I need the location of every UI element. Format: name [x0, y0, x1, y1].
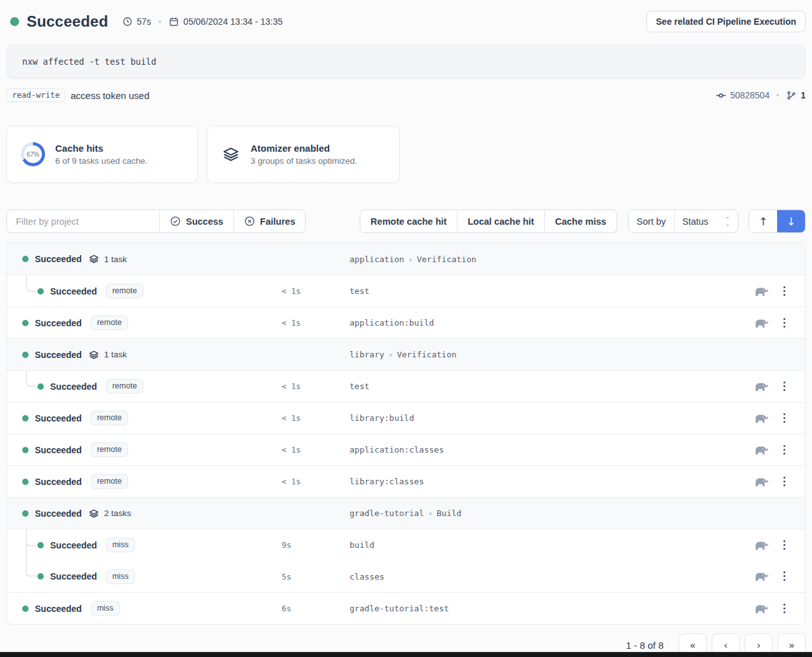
commit-icon	[716, 90, 726, 101]
task-count: 1 task	[104, 255, 127, 264]
task-row[interactable]: Succeededremote< 1stest	[7, 370, 805, 402]
sort-by-label: Sort by	[629, 210, 675, 232]
commit-id[interactable]: 50828504	[730, 90, 769, 100]
status-dot	[37, 542, 44, 548]
run-date-range: 05/06/2024 13:34 - 13:35	[183, 17, 282, 27]
group-row[interactable]: Succeeded1 tasklibrary›Verification	[7, 338, 805, 370]
cache-status-badge: remote	[91, 411, 128, 425]
task-row[interactable]: Succeededremote< 1stest	[7, 275, 805, 307]
task-row[interactable]: Succeededremote< 1slibrary:build	[7, 402, 805, 434]
task-row[interactable]: Succeededmiss5sclasses	[7, 561, 805, 592]
dot-separator	[159, 20, 161, 23]
related-pipeline-button[interactable]: See related CI Pipeline Execution	[646, 11, 806, 32]
group-row[interactable]: Succeeded2 tasksgradle-tutorial›Build	[7, 497, 805, 529]
status-dot	[22, 510, 29, 517]
cache-status-badge: remote	[106, 379, 143, 394]
gradle-icon	[753, 570, 768, 582]
pagination-range: 1 - 8 of 8	[626, 640, 664, 651]
task-duration: < 1s	[282, 382, 301, 391]
tree-connector	[26, 529, 36, 561]
chevron-right-icon: ›	[404, 255, 417, 264]
task-row[interactable]: Succeededmiss9sbuild	[7, 529, 805, 561]
bottom-bar	[0, 652, 812, 657]
command-text: nxw affected -t test build	[22, 56, 156, 67]
tasks-icon	[88, 508, 100, 519]
gradle-icon	[753, 444, 768, 456]
run-duration: 57s	[137, 17, 152, 27]
task-duration: < 1s	[282, 413, 301, 423]
task-list: Succeeded1 taskapplication›VerificationS…	[6, 242, 806, 625]
page-title: Succeeded	[27, 13, 108, 30]
cache-miss-button[interactable]: Cache miss	[544, 210, 617, 232]
task-row[interactable]: Succeededremote< 1sapplication:build	[7, 307, 805, 338]
project-filter-group: Success Failures	[6, 209, 306, 233]
row-menu-button[interactable]	[782, 316, 787, 329]
task-row[interactable]: Succeededmiss6sgradle-tutorial:test	[7, 592, 805, 624]
task-count: 1 task	[104, 350, 127, 359]
status-dot	[37, 573, 44, 580]
x-circle-icon	[244, 216, 255, 227]
task-row[interactable]: Succeededremote< 1sapplication:classes	[7, 434, 805, 465]
row-status-label: Succeeded	[35, 350, 82, 360]
tasks-icon	[88, 349, 100, 361]
chevron-updown-icon: ⌃⌄	[725, 217, 730, 226]
chevron-right-icon: ›	[384, 350, 397, 359]
filter-bar: Success Failures Remote cache hit Local …	[6, 209, 806, 233]
success-filter-button[interactable]: Success	[159, 210, 233, 232]
sort-ascending-button[interactable]: ↑	[749, 210, 777, 232]
access-token-badge: read-write	[6, 88, 65, 102]
row-status-label: Succeeded	[50, 286, 97, 296]
project-path: library›Verification	[350, 350, 457, 359]
row-menu-button[interactable]	[782, 569, 787, 583]
row-menu-button[interactable]	[782, 475, 787, 488]
status-dot	[22, 415, 29, 421]
row-status-label: Succeeded	[35, 413, 82, 423]
cache-hits-percent: 67%	[27, 151, 39, 158]
row-menu-button[interactable]	[782, 380, 787, 393]
row-menu-button[interactable]	[782, 284, 787, 298]
row-status-label: Succeeded	[35, 445, 82, 455]
local-cache-hit-button[interactable]: Local cache hit	[457, 210, 544, 232]
sort-select[interactable]: Status ⌃⌄	[675, 210, 738, 232]
task-duration: 5s	[282, 572, 291, 581]
cache-status-badge: remote	[91, 442, 128, 457]
row-status-label: Succeeded	[35, 318, 82, 328]
task-name: gradle-tutorial:test	[350, 604, 449, 613]
task-duration: < 1s	[282, 318, 301, 328]
remote-cache-hit-button[interactable]: Remote cache hit	[360, 210, 457, 232]
group-row[interactable]: Succeeded1 taskapplication›Verification	[7, 243, 805, 275]
status-dot	[22, 256, 29, 262]
gradle-icon	[753, 602, 768, 614]
task-name: application:build	[350, 318, 434, 328]
cache-hits-subtitle: 6 of 9 tasks used cache.	[55, 156, 148, 166]
task-duration: < 1s	[282, 445, 301, 455]
row-menu-button[interactable]	[782, 443, 787, 456]
row-menu-button[interactable]	[782, 411, 787, 425]
gradle-icon	[753, 317, 768, 329]
branch-icon	[786, 90, 797, 101]
gradle-icon	[753, 475, 768, 488]
row-status-label: Succeeded	[35, 254, 82, 264]
project-path: gradle-tutorial›Build	[350, 508, 461, 518]
status-dot	[22, 447, 29, 453]
access-token-label: access token used	[70, 90, 149, 101]
status-dot	[10, 17, 19, 26]
project-filter-input[interactable]	[7, 210, 159, 232]
row-menu-button[interactable]	[782, 602, 787, 615]
sort-descending-button[interactable]: ↓	[777, 210, 805, 232]
task-name: build	[350, 540, 374, 550]
chevron-right-icon: ›	[424, 508, 436, 518]
task-row[interactable]: Succeededremote< 1slibrary:classes	[7, 465, 805, 497]
project-path: application›Verification	[350, 255, 476, 264]
status-dot	[22, 606, 29, 612]
token-row: read-write access token used 50828504 1	[6, 88, 806, 103]
task-duration: < 1s	[282, 477, 301, 486]
cache-status-badge: remote	[91, 315, 128, 330]
sort-direction-toggle: ↑ ↓	[749, 209, 806, 233]
status-dot	[37, 288, 44, 295]
row-menu-button[interactable]	[782, 538, 787, 552]
row-status-label: Succeeded	[50, 540, 97, 550]
cache-status-badge: miss	[106, 538, 135, 552]
task-name: library:classes	[350, 477, 424, 486]
failures-filter-button[interactable]: Failures	[233, 210, 306, 232]
